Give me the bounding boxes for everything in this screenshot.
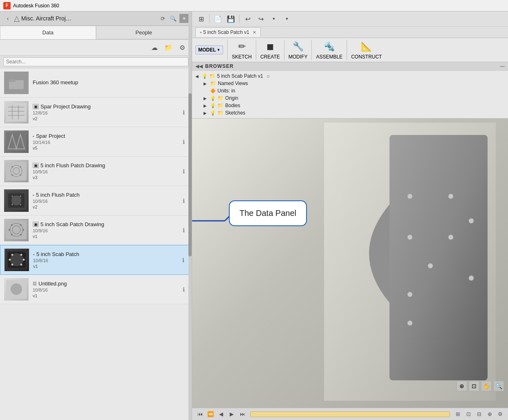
assemble-button[interactable]: 🔩 (321, 40, 338, 53)
callout-text: The Data Panel (239, 209, 296, 218)
tree-item-sketches[interactable]: ▶ 💡 📁 Sketches (192, 109, 508, 117)
list-item[interactable]: ▣ Spar Project Drawing 12/8/16 v2 ℹ (0, 98, 192, 127)
play-button[interactable]: ▶ (227, 410, 236, 419)
file-info-button[interactable]: ℹ (179, 197, 188, 205)
list-item[interactable]: ▣ 5 inch Flush Patch Drawing 10/9/16 v3 … (0, 157, 192, 186)
file-info-button[interactable]: ℹ (179, 256, 187, 264)
last-frame-button[interactable]: ⏭ (238, 410, 247, 419)
prev-frame-button[interactable]: ⏪ (206, 410, 215, 419)
file-version: v3 (33, 175, 175, 180)
timeline-icon2[interactable]: ⊡ (464, 410, 473, 419)
list-item[interactable]: ▣ 5 inch Scab Patch Drawing 10/9/16 v1 ℹ (0, 216, 192, 245)
undo-button[interactable]: ↩ (242, 13, 253, 25)
tree-label: Named Views (218, 81, 248, 86)
file-info-button[interactable]: ℹ (179, 285, 188, 294)
file-info: ▪ Spar Project 10/14/16 v5 (33, 133, 175, 150)
construct-button[interactable]: 📐 (358, 40, 375, 53)
svg-rect-2 (6, 103, 27, 121)
browser-collapse-button[interactable]: ◀◀ (195, 63, 203, 69)
tree-arrow: ▶ (204, 111, 208, 115)
fit-button[interactable]: ⊡ (469, 381, 479, 391)
divider (311, 40, 312, 60)
panel-search-button[interactable]: 🔍 (169, 14, 178, 23)
tree-folder-icon: 📁 (209, 73, 215, 79)
tree-item-named-views[interactable]: ▶ 📁 Named Views (192, 80, 508, 87)
grid-view-button[interactable]: ⊞ (195, 13, 207, 25)
3d-model-svg (324, 123, 496, 401)
tree-eye-icon: 💡 (210, 96, 216, 101)
pan-button[interactable]: ✋ (481, 381, 492, 391)
list-item[interactable]: ▪ Spar Project 10/14/16 v5 ℹ (0, 127, 192, 157)
list-item[interactable]: ▪ 5 inch Flush Patch 10/9/16 v2 ℹ (0, 186, 192, 216)
tree-item-origin[interactable]: ▶ 💡 📁 Origin (192, 94, 508, 102)
scrollbar-track[interactable] (188, 11, 192, 420)
tree-item-bodies[interactable]: ▶ 💡 📁 Bodies (192, 102, 508, 109)
file-date: 10/8/16 (33, 258, 175, 263)
timeline-icon3[interactable]: ⊟ (474, 410, 483, 419)
svg-point-55 (407, 321, 412, 326)
tree-collapse-arrow: ◀ (195, 74, 200, 79)
svg-point-47 (407, 194, 412, 199)
panel-close-button[interactable]: ✕ (179, 14, 188, 23)
redo-button[interactable]: ↪ (255, 13, 266, 25)
browser-minimize-button[interactable]: — (500, 63, 505, 69)
redo-dropdown[interactable]: ▼ (281, 13, 293, 25)
data-panel: ‹ △ Misc. Aircraft Proj… ⟳ 🔍 ✕ Data Peop… (0, 11, 192, 420)
svg-rect-11 (6, 162, 27, 180)
create-icon: ◼ (266, 41, 274, 52)
tab-people[interactable]: People (96, 26, 192, 39)
tree-eye-icon: 💡 (210, 110, 216, 116)
settings-button[interactable]: ⚙ (177, 42, 188, 53)
top-toolbar: ⊞ 📄 💾 ↩ ↪ ▼ ▼ ▪ 5 inch Scab Patch v1 ✕ (192, 11, 508, 38)
file-name: ▣ 5 inch Flush Patch Drawing (33, 162, 175, 168)
tree-root-item[interactable]: ◀ 💡 📁 5 inch Scab Patch v1 ⊙ (192, 72, 508, 80)
file-name: ▣ 5 inch Scab Patch Drawing (33, 221, 175, 227)
timeline-icon5[interactable]: ⚙ (496, 410, 505, 419)
callout-box: The Data Panel (229, 200, 307, 226)
save-button[interactable]: 💾 (225, 13, 237, 25)
list-item-selected[interactable]: ▪ 5 inch Scab Patch 10/8/16 v1 ℹ (0, 245, 192, 275)
view-controls: ⊕ ⊡ ✋ 🔍 (457, 381, 504, 391)
file-version: v1 (33, 264, 175, 269)
timeline-bar[interactable] (250, 411, 450, 417)
file-info-button[interactable]: ℹ (179, 138, 188, 146)
model-dropdown[interactable]: MODEL ▼ (195, 45, 223, 54)
undo-dropdown[interactable]: ▼ (268, 13, 280, 25)
scrollbar-thumb[interactable] (188, 93, 192, 257)
file-info-button[interactable]: ℹ (179, 108, 188, 117)
tab-label: 5 inch Scab Patch v1 (203, 29, 249, 35)
orbit-button[interactable]: ⊕ (457, 381, 467, 391)
tab-data[interactable]: Data (0, 26, 96, 39)
back-button[interactable]: ‹ (3, 14, 12, 23)
create-button[interactable]: ◼ (262, 40, 278, 53)
first-frame-button[interactable]: ⏮ (195, 410, 204, 419)
new-folder-button[interactable]: 📁 (163, 42, 174, 53)
panel-toolbar: ☁ 📁 ⚙ (0, 40, 192, 56)
refresh-button[interactable]: ⟳ (158, 14, 167, 23)
step-back-button[interactable]: ◀ (217, 410, 226, 419)
timeline-icon1[interactable]: ⊞ (453, 410, 462, 419)
modify-buttons: 🔧 (290, 40, 306, 53)
model-label: MODEL (198, 47, 216, 53)
sketch-label: SKETCH (232, 54, 252, 60)
list-item[interactable]: 🖼 Untitled.png 10/8/16 v1 ℹ (0, 275, 192, 304)
file-info-button[interactable]: ℹ (179, 226, 188, 234)
tab-close-button[interactable]: ✕ (253, 30, 256, 35)
drawing-icon: ▣ (33, 104, 39, 109)
new-file-button[interactable]: 📄 (212, 13, 224, 25)
file-date: 10/9/16 (33, 228, 175, 233)
sketch-button[interactable]: ✏ (234, 40, 250, 53)
file-info: ▣ 5 inch Flush Patch Drawing 10/9/16 v3 (33, 162, 175, 180)
list-item[interactable]: Fusion 360 meetup (0, 68, 192, 98)
3d-viewport[interactable]: The Data Panel ⊕ ⊡ ✋ 🔍 (192, 119, 508, 408)
modify-button[interactable]: 🔧 (290, 40, 306, 53)
zoom-button[interactable]: 🔍 (493, 381, 504, 391)
toolbar-group-sketch: ✏ SKETCH (232, 40, 252, 60)
timeline-icon4[interactable]: ⊕ (485, 410, 494, 419)
search-input[interactable] (3, 57, 188, 66)
doc-tab-scab-patch[interactable]: ▪ 5 inch Scab Patch v1 ✕ (195, 27, 261, 37)
file-info-button[interactable]: ℹ (179, 167, 188, 175)
tree-item-units[interactable]: 🔶 Units: in (192, 87, 508, 94)
upload-button[interactable]: ☁ (149, 42, 160, 53)
svg-point-16 (11, 174, 13, 176)
